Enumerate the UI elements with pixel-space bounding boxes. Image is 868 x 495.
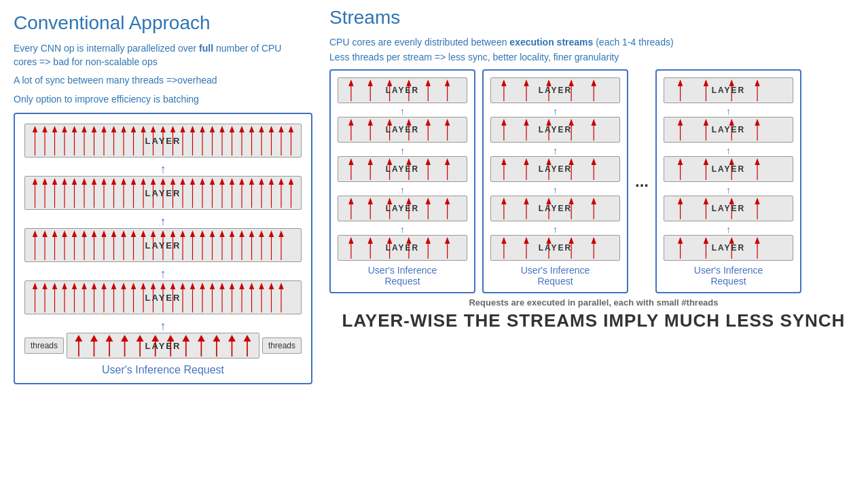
- svg-marker-287: [368, 238, 372, 244]
- conv-layer-label-5: LAYER: [145, 341, 181, 351]
- svg-marker-245: [426, 81, 430, 86]
- streams-row: LAYER ↑ LAYER ↑: [329, 69, 858, 293]
- svg-marker-261: [349, 160, 353, 165]
- svg-marker-127: [122, 232, 126, 237]
- svg-marker-107: [289, 179, 293, 185]
- stream2-inference-label: User's InferenceRequest: [490, 265, 620, 287]
- big-bottom-title: LAYER-WISE THE STREAMS IMPLY MUCH LESS S…: [329, 310, 858, 331]
- stream1-inference-label: User's InferenceRequest: [338, 265, 467, 287]
- svg-marker-3: [43, 127, 47, 132]
- svg-marker-1: [33, 127, 37, 132]
- svg-marker-183: [141, 284, 145, 289]
- svg-marker-93: [220, 179, 224, 185]
- svg-marker-89: [200, 179, 204, 185]
- svg-marker-239: [368, 81, 372, 86]
- svg-marker-293: [426, 238, 430, 244]
- svg-marker-173: [92, 284, 96, 289]
- stream1-layer-1: LAYER: [338, 77, 467, 103]
- svg-marker-233: [229, 336, 234, 342]
- svg-marker-381: [704, 238, 708, 244]
- svg-marker-117: [73, 232, 77, 237]
- svg-marker-63: [73, 179, 77, 185]
- stream2-layer-1: LAYER: [490, 77, 620, 103]
- svg-marker-83: [171, 179, 175, 185]
- bullet-2: A lot of sync between many threads =>ove…: [14, 74, 306, 88]
- stream-box-2: LAYER ↑ LAYER ↑: [482, 69, 628, 293]
- svg-marker-15: [102, 127, 106, 132]
- svg-marker-229: [198, 336, 204, 342]
- svg-marker-143: [200, 232, 204, 237]
- svg-marker-29: [171, 127, 175, 132]
- svg-marker-339: [524, 238, 528, 244]
- svg-marker-171: [82, 284, 86, 289]
- svg-marker-363: [679, 160, 683, 165]
- svg-marker-299: [524, 81, 528, 86]
- stream2-layer-label-3: LAYER: [539, 164, 573, 174]
- stream1-layer-label-5: LAYER: [386, 243, 420, 253]
- svg-marker-105: [279, 179, 283, 185]
- threads-box-left: threads: [24, 337, 64, 354]
- svg-marker-209: [270, 284, 274, 289]
- svg-marker-87: [191, 179, 195, 185]
- stream-box-1: LAYER ↑ LAYER ↑: [329, 69, 475, 293]
- svg-marker-47: [259, 127, 264, 132]
- svg-marker-281: [426, 199, 430, 204]
- svg-marker-327: [502, 199, 506, 204]
- stream1-layer-5: LAYER: [338, 235, 467, 261]
- svg-marker-201: [230, 284, 234, 289]
- svg-marker-113: [53, 232, 57, 237]
- stream3-layer-label-1: LAYER: [712, 86, 746, 95]
- streams-bullet-2: Less threads per stream => less sync, be…: [329, 52, 858, 62]
- left-panel: Conventional Approach Every CNN op is in…: [0, 0, 319, 495]
- stream1-blue-arrow-4: ↑: [338, 225, 467, 234]
- svg-marker-123: [102, 232, 106, 237]
- svg-marker-71: [112, 179, 116, 185]
- svg-marker-75: [132, 179, 136, 185]
- stream2-layer-5: LAYER: [490, 235, 620, 261]
- stream1-blue-arrow-1: ↑: [338, 107, 467, 116]
- svg-marker-337: [502, 238, 506, 244]
- svg-marker-199: [220, 284, 224, 289]
- stream2-layer-4: LAYER: [490, 196, 620, 221]
- blue-arrow-3: ↑: [24, 268, 302, 280]
- svg-marker-177: [112, 284, 116, 289]
- svg-marker-101: [259, 179, 264, 185]
- svg-marker-61: [62, 179, 67, 185]
- svg-marker-169: [73, 284, 77, 289]
- svg-marker-155: [259, 232, 264, 237]
- svg-marker-221: [137, 336, 143, 342]
- stream2-layer-3: LAYER: [490, 156, 620, 182]
- svg-marker-53: [289, 127, 293, 132]
- stream2-layer-label-1: LAYER: [539, 86, 573, 95]
- stream1-blue-arrow-3: ↑: [338, 185, 467, 195]
- svg-marker-237: [349, 81, 353, 86]
- svg-marker-149: [230, 232, 234, 237]
- stream-box-3: LAYER ↑ LAYER ↑: [655, 69, 801, 293]
- svg-marker-283: [446, 199, 450, 204]
- svg-marker-315: [592, 120, 596, 126]
- svg-marker-69: [102, 179, 106, 185]
- svg-marker-11: [82, 127, 86, 132]
- svg-marker-213: [76, 336, 82, 342]
- svg-marker-309: [524, 120, 528, 126]
- svg-marker-55: [33, 179, 37, 185]
- stream1-layer-label-1: LAYER: [386, 86, 420, 95]
- conv-layer-label-1: LAYER: [145, 136, 181, 146]
- svg-marker-49: [270, 127, 274, 132]
- svg-marker-365: [704, 160, 708, 165]
- stream2-layer-label-2: LAYER: [539, 125, 573, 134]
- svg-marker-57: [43, 179, 47, 185]
- conv-layer-label-4: LAYER: [145, 293, 181, 303]
- svg-marker-377: [755, 199, 759, 204]
- svg-marker-347: [679, 81, 683, 86]
- stream1-layer-label-2: LAYER: [386, 125, 420, 134]
- stream1-layer-label-4: LAYER: [386, 204, 420, 213]
- stream1-blue-arrow-2: ↑: [338, 146, 467, 155]
- svg-marker-51: [279, 127, 283, 132]
- svg-marker-249: [349, 120, 353, 126]
- svg-marker-151: [240, 232, 244, 237]
- svg-marker-121: [92, 232, 96, 237]
- bullet-1: Every CNN op is internally parallelized …: [14, 42, 306, 69]
- blue-arrow-2: ↑: [24, 215, 302, 227]
- svg-marker-163: [43, 284, 47, 289]
